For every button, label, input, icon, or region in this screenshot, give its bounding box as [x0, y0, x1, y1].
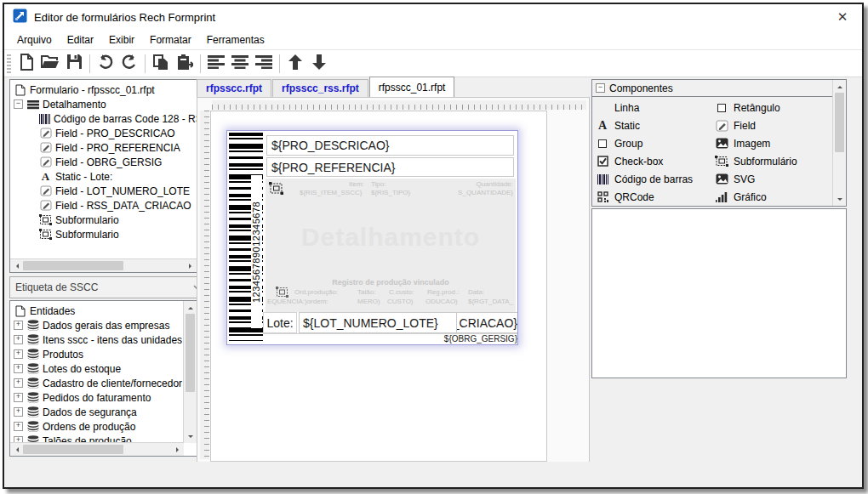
database-icon — [26, 348, 39, 361]
entity-item[interactable]: + Dados gerais das empresas — [14, 318, 182, 332]
components-header[interactable]: − Componentes — [592, 80, 833, 97]
tree-item-field[interactable]: Field - RSS_DATA_CRIACAO — [39, 198, 195, 213]
tree-item-detalhamento[interactable]: − Detalhamento — [14, 97, 195, 111]
field-obrg-gersig[interactable]: ${OBRG_GERSIG} — [263, 333, 517, 344]
expand-expander[interactable]: + — [14, 364, 23, 373]
collapse-icon[interactable]: − — [596, 83, 605, 93]
menu-ferramentas[interactable]: Ferramentas — [199, 32, 272, 48]
tree-item-field[interactable]: Field - PRO_REFERENCIA — [39, 140, 195, 155]
open-file-button[interactable] — [38, 53, 62, 75]
component-linha[interactable]: Linha — [596, 99, 711, 116]
redo-button[interactable] — [117, 53, 141, 75]
component-svg[interactable]: SVG — [715, 170, 831, 188]
toolbar-grip[interactable] — [7, 54, 11, 73]
vertical-scrollbar[interactable] — [183, 301, 197, 443]
scroll-right-arrow[interactable] — [171, 443, 184, 456]
component-imagem[interactable]: Imagem — [715, 134, 831, 152]
field-rss-data-criacao[interactable]: _CRIACAO} — [456, 312, 517, 333]
scroll-up-arrow[interactable] — [184, 301, 197, 314]
scrollbar-thumb[interactable] — [23, 445, 123, 454]
paste-button[interactable] — [173, 53, 197, 75]
component-grafico[interactable]: Gráfico — [715, 188, 831, 206]
scroll-right-arrow[interactable] — [184, 259, 197, 272]
app-window: Editor de formulários Rech Formprint ✕ A… — [3, 3, 864, 489]
scrollbar-thumb[interactable] — [23, 261, 123, 270]
align-right-button[interactable] — [252, 53, 276, 75]
entity-item[interactable]: + Produtos — [14, 347, 182, 361]
collapse-expander[interactable]: − — [14, 99, 23, 109]
static-text-icon: A — [39, 170, 52, 183]
scroll-left-arrow[interactable] — [10, 443, 23, 456]
tree-item-field[interactable]: Field - LOT_NUMERO_LOTE — [39, 184, 195, 198]
tree-item-entidades[interactable]: Entidades — [14, 304, 182, 318]
scroll-up-arrow[interactable] — [833, 80, 846, 93]
subform-items-object[interactable]: Item: Tipo: Quantidade: ${RIS_ITEM_SSCC}… — [266, 179, 516, 312]
menu-formatar[interactable]: Formatar — [142, 32, 199, 48]
component-qrcode[interactable]: QRCode — [596, 188, 711, 206]
tab-rfpsscc-01[interactable]: rfpsscc_01.rfpt — [369, 77, 455, 97]
entity-combobox[interactable]: Etiqueta de SSCC — [9, 276, 208, 298]
label-design[interactable]: 123456789012345678 ${PRO_DESCRICAO} ${PR… — [226, 130, 518, 345]
entity-item[interactable]: + Dados de segurança — [14, 405, 182, 419]
tree-item-subform[interactable]: Subformulario — [39, 227, 195, 241]
design-canvas[interactable]: 123456789012345678 ${PRO_DESCRICAO} ${PR… — [197, 97, 590, 463]
scrollbar-thumb[interactable] — [186, 314, 195, 392]
align-center-button[interactable] — [228, 53, 252, 75]
tree-item-field[interactable]: Field - PRO_DESCRICAO — [39, 126, 195, 140]
horizontal-scrollbar[interactable] — [10, 442, 184, 456]
tab-rfpsscc[interactable]: rfpsscc.rfpt — [197, 79, 271, 97]
scroll-down-arrow[interactable] — [833, 193, 846, 206]
entity-item[interactable]: + Itens sscc - itens das unidades lo — [14, 332, 182, 347]
tree-item-barcode[interactable]: Código de barras Code 128 - RS — [39, 111, 195, 126]
tree-item-formulario[interactable]: Formulario - rfpsscc_01.rfpt — [14, 82, 195, 97]
tab-rfpsscc-rss[interactable]: rfpsscc_rss.rfpt — [272, 79, 368, 97]
component-static[interactable]: AStatic — [596, 116, 711, 134]
align-left-button[interactable] — [204, 53, 228, 75]
toolbar — [4, 50, 862, 77]
menu-arquivo[interactable]: Arquivo — [9, 32, 60, 48]
tree-item-field[interactable]: Field - OBRG_GERSIG — [39, 155, 195, 169]
expand-expander[interactable]: + — [14, 335, 23, 344]
entity-item[interactable]: + Pedidos do faturamento — [14, 390, 182, 405]
expand-expander[interactable]: + — [14, 393, 23, 402]
subform-col-label: Data: — [468, 288, 484, 296]
scrollbar-thumb[interactable] — [835, 93, 844, 152]
entity-item[interactable]: + Cadastro de cliente/fornecedor — [14, 376, 182, 390]
entity-item[interactable]: + Ordens de produção — [14, 419, 182, 434]
component-codigo-de-barras[interactable]: Código de barras — [596, 170, 711, 188]
field-lot-numero-lote[interactable]: ${LOT_NUMERO_LOTE} — [299, 312, 465, 333]
tree-item-subform[interactable]: Subformulario — [39, 213, 195, 227]
expand-expander[interactable]: + — [14, 349, 23, 359]
scroll-left-arrow[interactable] — [10, 259, 23, 272]
entity-item[interactable]: + Lotes do estoque — [14, 361, 182, 376]
tab-label: rfpsscc_rss.rfpt — [282, 82, 359, 94]
move-up-button[interactable] — [283, 53, 307, 75]
subform-title: Registro de produção vinculado — [266, 278, 516, 287]
tree-item-static[interactable]: A Static - Lote: — [39, 169, 195, 184]
form-paper[interactable]: 123456789012345678 ${PRO_DESCRICAO} ${PR… — [210, 111, 547, 462]
expand-expander[interactable]: + — [14, 407, 23, 417]
copy-button[interactable] — [149, 53, 173, 75]
field-pro-referencia[interactable]: ${PRO_REFERENCIA} — [266, 157, 514, 177]
undo-button[interactable] — [94, 53, 117, 75]
expand-expander[interactable]: + — [14, 422, 23, 431]
component-checkbox[interactable]: Check-box — [596, 152, 711, 170]
field-pro-descricao[interactable]: ${PRO_DESCRICAO} — [266, 135, 514, 156]
subform-producao-object[interactable]: Registro de produção vinculado Ord.produ… — [266, 278, 516, 310]
move-down-button[interactable] — [307, 53, 331, 75]
component-subformulario[interactable]: Subformulário — [715, 152, 831, 170]
expand-expander[interactable]: + — [14, 321, 23, 330]
save-button[interactable] — [62, 53, 86, 75]
horizontal-scrollbar[interactable] — [10, 258, 197, 272]
static-lote-object[interactable]: Lote: — [263, 312, 297, 333]
menu-exibir[interactable]: Exibir — [101, 32, 142, 48]
component-retangulo[interactable]: Retângulo — [715, 99, 831, 116]
menu-editar[interactable]: Editar — [60, 32, 101, 48]
scroll-down-arrow[interactable] — [184, 430, 197, 443]
component-group[interactable]: Group — [596, 134, 711, 152]
vertical-scrollbar[interactable] — [832, 80, 846, 206]
expand-expander[interactable]: + — [14, 378, 23, 388]
close-button[interactable]: ✕ — [831, 9, 854, 25]
component-field[interactable]: Field — [715, 116, 831, 134]
new-file-button[interactable] — [14, 53, 38, 75]
